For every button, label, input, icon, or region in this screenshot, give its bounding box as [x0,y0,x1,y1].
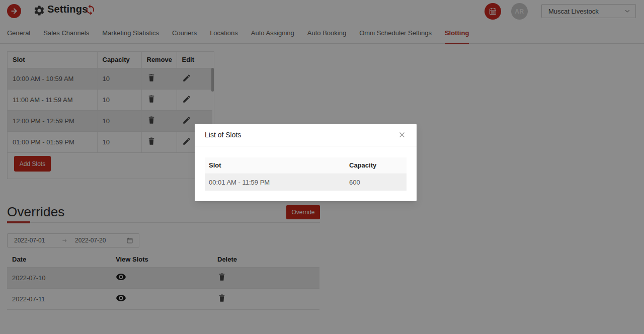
modal-close-button[interactable] [398,131,407,139]
modal-body: Slot Capacity 00:01 AM - 11:59 PM 600 [195,146,417,191]
modal-slots-table: Slot Capacity 00:01 AM - 11:59 PM 600 [205,157,407,191]
modal-title: List of Slots [205,131,398,139]
modal-col-header-capacity: Capacity [345,157,407,174]
modal-slot-cell: 00:01 AM - 11:59 PM [205,174,345,191]
modal-header: List of Slots [195,124,417,146]
close-icon [398,131,407,138]
list-of-slots-modal: List of Slots Slot Capacity 00:01 AM - 1… [195,124,417,201]
modal-capacity-cell: 600 [345,174,407,191]
table-row: 00:01 AM - 11:59 PM 600 [205,174,407,191]
modal-col-header-slot: Slot [205,157,345,174]
